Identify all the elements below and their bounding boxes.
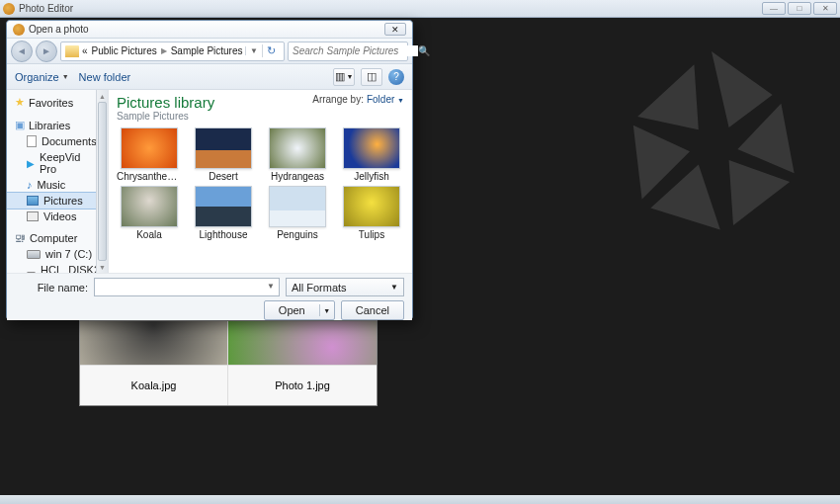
breadcrumb-seg-1[interactable]: Public Pictures — [92, 45, 157, 56]
preview-pane-button[interactable]: ◫ — [361, 68, 382, 86]
search-icon: 🔍 — [418, 45, 430, 56]
thumb-image — [343, 127, 400, 169]
scroll-thumb[interactable] — [98, 102, 107, 261]
dialog-navbar: ◄ ► « Public Pictures ▶ Sample Pictures … — [7, 39, 412, 64]
gallery-item-lighthouse[interactable]: Lighthouse — [191, 186, 256, 240]
open-file-dialog: Open a photo ✕ ◄ ► « Public Pictures ▶ S… — [6, 20, 413, 320]
help-button[interactable]: ? — [388, 69, 404, 85]
refresh-button[interactable]: ↻ — [262, 44, 280, 57]
thumb-image — [80, 321, 227, 365]
sidebar-item-videos[interactable]: Videos — [7, 209, 108, 224]
thumb-image — [121, 127, 178, 169]
sidebar-item-pictures[interactable]: Pictures — [7, 193, 108, 209]
gallery-item-tulips[interactable]: Tulips — [339, 186, 404, 240]
sidebar: ★Favorites ▣Libraries Documents ▶KeepVid… — [7, 90, 109, 273]
scroll-up-icon[interactable]: ▲ — [97, 90, 108, 102]
thumb-caption: Penguins — [277, 229, 318, 240]
sidebar-item-drive-d[interactable]: HCL_DISK2 (D:) — [7, 262, 108, 273]
sidebar-heading-favorites[interactable]: ★Favorites — [7, 94, 108, 111]
library-title: Pictures library — [117, 94, 214, 111]
libraries-icon: ▣ — [15, 119, 25, 131]
breadcrumb-dropdown[interactable]: ▼ — [245, 46, 262, 55]
drive-icon — [27, 272, 36, 274]
dialog-close-button[interactable]: ✕ — [384, 23, 406, 36]
gallery-item-penguins[interactable]: Penguins — [265, 186, 330, 240]
dialog-title: Open a photo — [29, 24, 384, 35]
thumb-caption: Hydrangeas — [271, 171, 324, 182]
dialog-footer: File name: ▼ All Formats ▼ Open ▼ Cancel — [7, 273, 412, 320]
editor-thumb-koala[interactable]: Koala.jpg — [80, 321, 228, 405]
window-controls: — □ ✕ — [762, 2, 837, 15]
thumb-image — [343, 186, 400, 227]
computer-icon: 🖳 — [15, 232, 26, 244]
new-folder-button[interactable]: New folder — [79, 71, 131, 83]
arrange-by: Arrange by: Folder ▼ — [312, 94, 404, 105]
sidebar-item-keepvid[interactable]: ▶KeepVid Pro — [7, 149, 108, 177]
gallery-item-desert[interactable]: Desert — [191, 127, 256, 182]
thumb-image — [195, 186, 252, 227]
app-titlebar: Photo Editor — □ ✕ — [0, 0, 840, 18]
gallery-item-chrysanthemum[interactable]: Chrysanthemum — [117, 127, 182, 182]
view-mode-button[interactable]: ▥ ▼ — [333, 68, 355, 86]
breadcrumb-chevron: « — [82, 45, 88, 56]
thumb-caption: Jellyfish — [354, 171, 389, 182]
gallery-item-jellyfish[interactable]: Jellyfish — [339, 127, 404, 182]
thumb-caption: Chrysanthemum — [117, 171, 182, 182]
breadcrumb-seg-2[interactable]: Sample Pictures — [171, 45, 243, 56]
library-subtitle: Sample Pictures — [117, 111, 214, 122]
pictures-icon — [27, 196, 39, 206]
chevron-down-icon: ▼ — [62, 73, 69, 80]
thumb-caption: Photo 1.jpg — [228, 365, 377, 405]
gallery: ChrysanthemumDesertHydrangeasJellyfishKo… — [117, 127, 404, 240]
nav-forward-button[interactable]: ► — [36, 41, 57, 62]
sidebar-scrollbar[interactable]: ▲ ▼ — [96, 90, 108, 273]
sidebar-item-documents[interactable]: Documents — [7, 133, 108, 149]
music-icon: ♪ — [27, 179, 33, 191]
thumb-image — [121, 186, 178, 227]
breadcrumb-sep-icon: ▶ — [161, 46, 167, 55]
open-dropdown[interactable]: ▼ — [320, 307, 334, 314]
open-button[interactable]: Open ▼ — [264, 300, 335, 320]
arrange-by-value[interactable]: Folder ▼ — [367, 94, 404, 105]
app-icon — [3, 3, 15, 15]
file-name-input[interactable]: ▼ — [94, 278, 280, 296]
editor-thumb-photo1[interactable]: Photo 1.jpg — [228, 321, 377, 405]
thumb-image — [269, 186, 326, 227]
watermark-aperture-icon — [603, 30, 820, 247]
chevron-down-icon: ▼ — [390, 283, 398, 292]
sidebar-heading-libraries[interactable]: ▣Libraries — [7, 117, 108, 133]
search-input[interactable] — [293, 45, 418, 56]
scroll-down-icon[interactable]: ▼ — [97, 261, 108, 273]
close-button[interactable]: ✕ — [813, 2, 837, 15]
breadcrumb[interactable]: « Public Pictures ▶ Sample Pictures ▼ ↻ — [60, 42, 285, 61]
organize-menu[interactable]: Organize ▼ — [15, 71, 69, 83]
cancel-button[interactable]: Cancel — [341, 300, 404, 320]
gallery-item-hydrangeas[interactable]: Hydrangeas — [265, 127, 330, 182]
thumb-caption: Koala.jpg — [80, 365, 227, 405]
taskbar[interactable] — [0, 495, 840, 504]
editor-thumbnail-strip: Koala.jpg Photo 1.jpg — [79, 320, 378, 406]
thumb-caption: Desert — [209, 171, 237, 182]
folder-icon — [65, 45, 79, 57]
dialog-icon — [13, 24, 25, 36]
maximize-button[interactable]: □ — [788, 2, 811, 15]
videos-icon — [27, 211, 39, 221]
app-title: Photo Editor — [19, 3, 762, 14]
search-box[interactable]: 🔍 — [288, 42, 408, 61]
nav-back-button[interactable]: ◄ — [11, 41, 33, 62]
star-icon: ★ — [15, 96, 25, 109]
file-type-filter[interactable]: All Formats ▼ — [286, 278, 404, 296]
gallery-item-koala[interactable]: Koala — [117, 186, 182, 240]
thumb-image — [269, 127, 326, 169]
dialog-toolbar: Organize ▼ New folder ▥ ▼ ◫ ? — [7, 64, 412, 90]
sidebar-item-drive-c[interactable]: win 7 (C:) — [7, 246, 108, 262]
file-name-label: File name: — [15, 282, 88, 294]
sidebar-item-music[interactable]: ♪Music — [7, 177, 108, 193]
chevron-down-icon[interactable]: ▼ — [267, 282, 275, 291]
document-icon — [27, 135, 37, 147]
dialog-titlebar: Open a photo ✕ — [7, 21, 412, 39]
thumb-image — [195, 127, 252, 169]
thumb-image — [228, 321, 377, 365]
sidebar-heading-computer[interactable]: 🖳Computer — [7, 230, 108, 246]
minimize-button[interactable]: — — [762, 2, 786, 15]
